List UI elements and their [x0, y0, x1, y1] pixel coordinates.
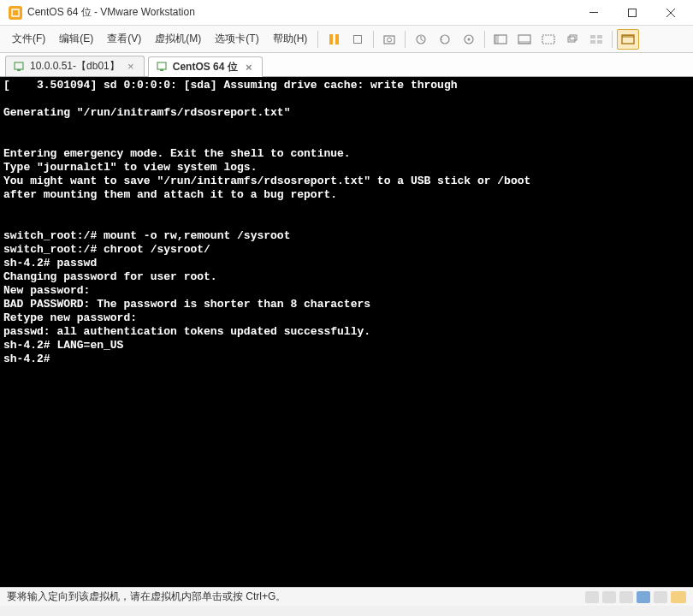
svg-rect-16	[518, 41, 530, 44]
svg-rect-20	[590, 35, 595, 38]
separator	[484, 31, 485, 48]
menu-tabs[interactable]: 选项卡(T)	[208, 28, 265, 50]
app-icon	[9, 6, 22, 20]
tab-close-icon[interactable]: ×	[243, 61, 255, 73]
device-icon[interactable]	[585, 591, 599, 603]
svg-rect-21	[597, 35, 602, 38]
snapshot-manage-icon[interactable]	[458, 29, 480, 50]
tab-centos[interactable]: CentOS 64 位 ×	[148, 56, 263, 77]
svg-rect-1	[589, 12, 598, 13]
svg-rect-22	[590, 40, 595, 44]
device-icon[interactable]	[602, 591, 616, 603]
svg-rect-26	[15, 62, 23, 69]
separator	[405, 31, 406, 48]
pause-button[interactable]	[323, 29, 345, 50]
snapshot-take-icon[interactable]	[410, 29, 432, 50]
folder-icon[interactable]	[671, 591, 686, 603]
menu-view[interactable]: 查看(V)	[100, 28, 148, 50]
menu-vm[interactable]: 虚拟机(M)	[148, 28, 208, 50]
console-view-button[interactable]	[617, 29, 639, 50]
svg-rect-27	[17, 69, 21, 71]
device-icon[interactable]	[619, 591, 633, 603]
thumbnail-button[interactable]	[585, 29, 607, 50]
cycle-button[interactable]	[561, 29, 583, 50]
menu-edit[interactable]: 编辑(E)	[52, 28, 100, 50]
vm-icon	[13, 61, 25, 73]
snapshot-button[interactable]	[378, 29, 400, 50]
svg-line-9	[421, 39, 424, 41]
svg-rect-18	[568, 37, 575, 42]
tab-label: CentOS 64 位	[173, 60, 238, 74]
unity-button[interactable]	[513, 29, 536, 50]
status-text: 要将输入定向到该虚拟机，请在虚拟机内部单击或按 Ctrl+G。	[7, 589, 286, 604]
svg-rect-25	[622, 35, 634, 38]
svg-rect-5	[384, 36, 394, 44]
terminal-output[interactable]: [ 3.501094] sd 0:0:0:0: [sda] Assuming d…	[0, 77, 693, 587]
separator	[317, 31, 318, 48]
tabbar: 10.0.0.51-【db01】 × CentOS 64 位 ×	[0, 53, 693, 77]
statusbar: 要将输入定向到该虚拟机，请在虚拟机内部单击或按 Ctrl+G。	[0, 587, 693, 606]
svg-rect-19	[570, 35, 577, 40]
close-button[interactable]	[651, 1, 690, 25]
svg-rect-28	[157, 62, 166, 69]
minimize-button[interactable]	[574, 1, 613, 25]
svg-point-12	[468, 38, 471, 40]
tab-close-icon[interactable]: ×	[125, 61, 137, 73]
menu-file[interactable]: 文件(F)	[5, 28, 52, 50]
vm-icon	[156, 61, 168, 73]
maximize-button[interactable]	[613, 1, 651, 25]
svg-rect-29	[160, 69, 163, 71]
svg-rect-14	[495, 35, 499, 44]
separator	[373, 31, 374, 48]
menubar: 文件(F) 编辑(E) 查看(V) 虚拟机(M) 选项卡(T) 帮助(H)	[0, 26, 693, 53]
svg-rect-2	[628, 9, 636, 16]
svg-point-6	[388, 38, 392, 42]
svg-rect-23	[597, 40, 602, 44]
tab-label: 10.0.0.51-【db01】	[30, 59, 120, 74]
device-icon[interactable]	[637, 591, 650, 603]
tab-db01[interactable]: 10.0.0.51-【db01】 ×	[5, 56, 145, 76]
svg-rect-0	[12, 9, 19, 16]
window-title: CentOS 64 位 - VMware Workstation	[27, 5, 574, 20]
svg-rect-17	[542, 35, 554, 44]
fullscreen-button[interactable]	[489, 29, 512, 50]
status-icons	[585, 591, 686, 603]
separator	[612, 31, 613, 48]
snapshot-revert-icon[interactable]	[434, 29, 456, 50]
menu-help[interactable]: 帮助(H)	[266, 28, 315, 50]
stop-button[interactable]	[346, 29, 369, 50]
device-icon[interactable]	[654, 591, 667, 603]
window-controls	[574, 1, 690, 25]
titlebar: CentOS 64 位 - VMware Workstation	[0, 0, 693, 26]
stretch-button[interactable]	[537, 29, 560, 50]
